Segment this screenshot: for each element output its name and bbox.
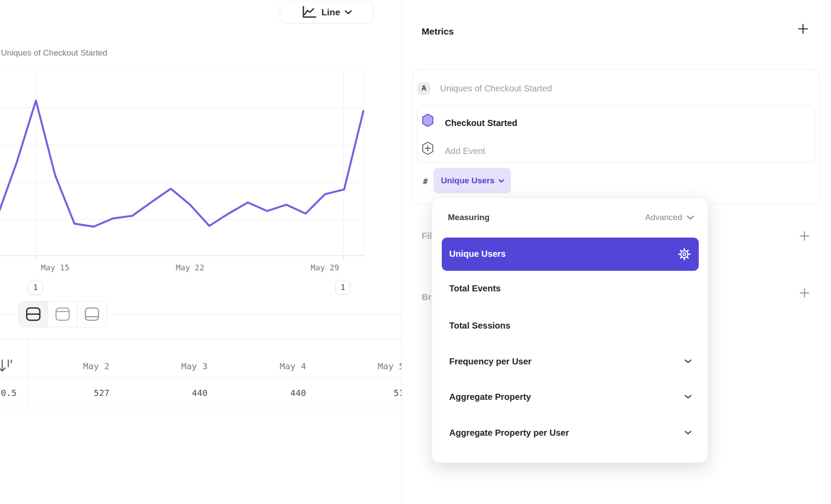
table-cell: 51 bbox=[343, 388, 401, 398]
chevron-down-icon[interactable] bbox=[684, 395, 692, 399]
metric-label-badge: A bbox=[417, 82, 430, 94]
table-cell: 440 bbox=[245, 388, 306, 398]
layout-toggle-chart[interactable] bbox=[48, 301, 77, 327]
x-axis-label: May 29 bbox=[299, 263, 351, 272]
chevron-down-icon[interactable] bbox=[684, 359, 692, 364]
sort-descending-icon[interactable] bbox=[0, 358, 14, 374]
table-border bbox=[0, 408, 401, 408]
annotation-badge[interactable]: 1 bbox=[335, 280, 350, 295]
advanced-mode-toggle[interactable]: Advanced bbox=[645, 213, 682, 222]
table-cell: 527 bbox=[48, 388, 109, 398]
plus-icon bbox=[799, 231, 810, 242]
add-event-hexagon-plus-icon[interactable] bbox=[422, 141, 434, 155]
table-header-cell[interactable]: May 5 bbox=[343, 361, 401, 371]
add-breakdown-button[interactable] bbox=[799, 287, 810, 298]
measure-prefix: # bbox=[423, 177, 428, 186]
chart-line-svg bbox=[0, 69, 364, 256]
chart-line bbox=[0, 101, 363, 227]
chart-type-button[interactable]: Line bbox=[280, 1, 373, 23]
layout-toggle bbox=[18, 301, 107, 327]
measuring-label: Measuring bbox=[448, 213, 489, 222]
x-axis-label: May 22 bbox=[164, 263, 216, 272]
add-filter-button[interactable] bbox=[799, 230, 810, 242]
annotation-badge[interactable]: 1 bbox=[28, 280, 43, 295]
plus-icon bbox=[797, 23, 809, 35]
table-border bbox=[0, 339, 401, 340]
table-header-cell[interactable]: May 3 bbox=[146, 361, 208, 371]
add-event-label[interactable]: Add Event bbox=[445, 146, 485, 156]
chart-type-label: Line bbox=[321, 7, 340, 18]
table-header-cell[interactable]: May 4 bbox=[245, 361, 306, 371]
line-chart-icon bbox=[301, 5, 317, 19]
menu-item-total-events[interactable]: Total Events bbox=[449, 284, 677, 294]
table-header-cell[interactable]: May 2 bbox=[48, 361, 109, 371]
axis-tick bbox=[35, 256, 36, 259]
menu-item-frequency-per-user[interactable]: Frequency per User bbox=[449, 357, 677, 367]
chart-panel: Line Uniques of Checkout Started May 15 … bbox=[0, 0, 401, 504]
line-chart bbox=[0, 69, 364, 256]
table-border bbox=[0, 377, 401, 378]
metric-card-title: Uniques of Checkout Started bbox=[440, 84, 552, 94]
add-metric-button[interactable] bbox=[797, 23, 809, 35]
menu-item-label: Unique Users bbox=[449, 249, 506, 259]
chart-only-view-icon bbox=[54, 307, 71, 322]
measure-dropdown[interactable]: Unique Users bbox=[433, 168, 511, 193]
panel-divider bbox=[401, 0, 402, 504]
measure-dropdown-value: Unique Users bbox=[441, 176, 494, 186]
menu-item-aggregate-property[interactable]: Aggregate Property bbox=[449, 392, 677, 402]
chart-title: Uniques of Checkout Started bbox=[1, 48, 107, 58]
gear-icon[interactable] bbox=[678, 248, 691, 261]
menu-item-total-sessions[interactable]: Total Sessions bbox=[449, 321, 677, 331]
table-cell: 440 bbox=[146, 388, 208, 398]
menu-item-unique-users[interactable]: Unique Users bbox=[442, 238, 699, 271]
table-column-divider bbox=[28, 339, 28, 408]
table-row-label: 0.5 bbox=[0, 388, 17, 398]
table-only-view-icon bbox=[84, 307, 100, 322]
metrics-section-title: Metrics bbox=[422, 26, 454, 37]
chevron-down-icon[interactable] bbox=[687, 215, 694, 220]
chevron-down-icon[interactable] bbox=[684, 430, 692, 435]
measuring-popup: Measuring Advanced Unique Users Total Ev… bbox=[432, 198, 708, 463]
hexagon-event-icon bbox=[422, 113, 434, 127]
split-view-icon bbox=[25, 307, 42, 322]
x-axis-label: May 15 bbox=[29, 263, 81, 272]
event-name[interactable]: Checkout Started bbox=[445, 118, 518, 128]
layout-toggle-table[interactable] bbox=[77, 301, 106, 327]
chevron-down-icon bbox=[345, 10, 352, 14]
layout-toggle-split[interactable] bbox=[19, 301, 48, 327]
chevron-down-icon bbox=[498, 179, 504, 183]
plus-icon bbox=[799, 287, 810, 298]
menu-item-aggregate-property-per-user[interactable]: Aggregate Property per User bbox=[449, 428, 677, 438]
axis-tick bbox=[343, 256, 344, 259]
